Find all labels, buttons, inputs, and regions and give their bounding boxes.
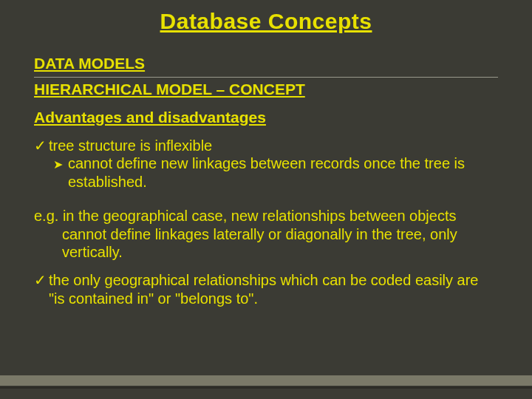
paragraph-text: e.g. in the geographical case, new relat… (34, 207, 498, 261)
subheading: Advantages and disadvantages (34, 109, 498, 126)
slide-title: Database Concepts (34, 0, 498, 34)
bullet-text: cannot define new linkages between recor… (68, 154, 498, 191)
paragraph: e.g. in the geographical case, new relat… (34, 207, 498, 261)
check-icon (34, 137, 49, 154)
check-icon (34, 271, 49, 307)
list-item: the only geographical relationships whic… (34, 271, 498, 307)
divider (34, 77, 498, 78)
list-item: tree structure is inflexible (34, 137, 498, 154)
footer-bar (0, 375, 532, 386)
bullet-text: tree structure is inflexible (49, 137, 498, 154)
list-item: cannot define new linkages between recor… (34, 154, 498, 191)
arrow-icon (53, 154, 68, 191)
section-heading: DATA MODELS (34, 55, 498, 72)
subsection-heading: HIERARCHICAL MODEL – CONCEPT (34, 81, 498, 98)
bullet-text: the only geographical relationships whic… (49, 271, 498, 307)
slide: Database Concepts DATA MODELS HIERARCHIC… (0, 0, 532, 399)
body-text: tree structure is inflexible cannot defi… (34, 137, 498, 307)
